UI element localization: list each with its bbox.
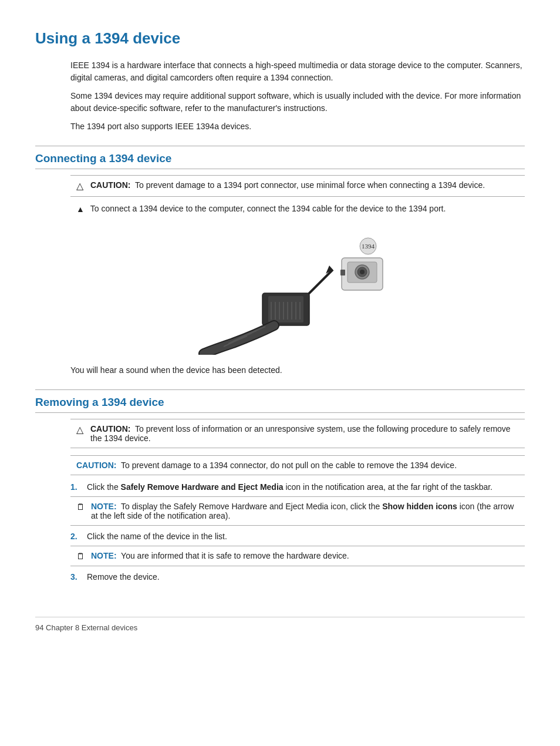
- step2-num: 2.: [70, 532, 81, 541]
- note-box-1: 🗒 NOTE: To display the Safely Remove Har…: [70, 496, 525, 526]
- page-title: Using a 1394 device: [35, 29, 525, 48]
- section1-title: Connecting a 1394 device: [35, 152, 525, 165]
- note2-label: NOTE:: [91, 551, 117, 560]
- bullet-text-1: To connect a 1394 device to the computer…: [90, 204, 446, 213]
- caution-box-2: △ CAUTION: To prevent loss of informatio…: [70, 419, 525, 448]
- caution-box-1: △ CAUTION: To prevent damage to a 1394 p…: [70, 175, 525, 197]
- step3-num: 3.: [70, 572, 81, 582]
- step-1: 1. Click the Safely Remove Hardware and …: [70, 482, 525, 492]
- note2-content: NOTE: You are informed that it is safe t…: [91, 551, 349, 560]
- footer-text: 94 Chapter 8 External devices: [35, 623, 137, 632]
- step1-after: icon in the notification area, at the fa…: [284, 482, 492, 492]
- step1-num: 1.: [70, 482, 81, 492]
- connector-image-container: 1394: [70, 226, 525, 355]
- connector-illustration: 1394: [198, 226, 397, 355]
- svg-rect-17: [340, 270, 345, 275]
- step3-text: Remove the device.: [87, 572, 160, 582]
- caution3-label: CAUTION: To prevent damage to a 1394 con…: [76, 461, 457, 470]
- caution1-label: CAUTION: To prevent damage to a 1394 por…: [90, 180, 485, 190]
- section2-header: Removing a 1394 device: [35, 389, 525, 413]
- note1-content: NOTE: To display the Safely Remove Hardw…: [91, 502, 519, 520]
- caution2-label-text: CAUTION:: [90, 424, 130, 434]
- caution2-triangle-icon: △: [76, 424, 83, 435]
- section1-divider: [35, 146, 525, 146]
- section2-divider: [35, 389, 525, 390]
- caution2-text: To prevent loss of information or an unr…: [90, 424, 511, 443]
- intro-para-1: IEEE 1394 is a hardware interface that c…: [70, 59, 525, 84]
- note2-text: You are informed that it is safe to remo…: [121, 551, 349, 560]
- note-box-2: 🗒 NOTE: You are informed that it is safe…: [70, 546, 525, 566]
- section2-title: Removing a 1394 device: [35, 396, 525, 409]
- note1-before: To display the Safely Remove Hardware an…: [121, 502, 382, 511]
- caution-triangle-icon: △: [76, 180, 83, 191]
- caution-box-3: CAUTION: To prevent damage to a 1394 con…: [70, 455, 525, 475]
- section1-content: △ CAUTION: To prevent damage to a 1394 p…: [70, 175, 525, 377]
- step-2: 2. Click the name of the device in the l…: [70, 532, 525, 541]
- step1-bold: Safely Remove Hardware and Eject Media: [121, 482, 284, 492]
- svg-point-16: [360, 270, 365, 274]
- note1-label: NOTE:: [91, 502, 117, 511]
- note1-icon: 🗒: [76, 502, 85, 512]
- intro-para-3: The 1394 port also supports IEEE 1394a d…: [70, 120, 525, 133]
- note2-icon: 🗒: [76, 551, 85, 561]
- caution1-label-text: CAUTION:: [90, 180, 130, 190]
- caution2-label: CAUTION: To prevent loss of information …: [90, 424, 519, 443]
- sound-note: You will hear a sound when the device ha…: [70, 364, 525, 377]
- section1-divider-bottom: [35, 169, 525, 169]
- bullet-triangle-icon: ▲: [76, 204, 85, 214]
- footer: 94 Chapter 8 External devices: [35, 617, 525, 632]
- section1-header: Connecting a 1394 device: [35, 146, 525, 169]
- intro-block: IEEE 1394 is a hardware interface that c…: [70, 59, 525, 133]
- section2-divider-bottom: [35, 412, 525, 413]
- caution3-label-text: CAUTION:: [76, 461, 116, 470]
- caution1-text: To prevent damage to a 1394 port connect…: [135, 180, 485, 190]
- note1-bold: Show hidden icons: [382, 502, 457, 511]
- step1-text: Click the Safely Remove Hardware and Eje…: [87, 482, 492, 492]
- intro-para-2: Some 1394 devices may require additional…: [70, 90, 525, 115]
- bullet-item-1: ▲ To connect a 1394 device to the comput…: [76, 204, 525, 214]
- caution3-text: To prevent damage to a 1394 connector, d…: [121, 461, 457, 470]
- section2-content: △ CAUTION: To prevent loss of informatio…: [70, 419, 525, 582]
- svg-rect-3: [268, 296, 303, 322]
- svg-text:1394: 1394: [362, 243, 375, 250]
- step-3: 3. Remove the device.: [70, 572, 525, 582]
- step2-text: Click the name of the device in the list…: [87, 532, 227, 541]
